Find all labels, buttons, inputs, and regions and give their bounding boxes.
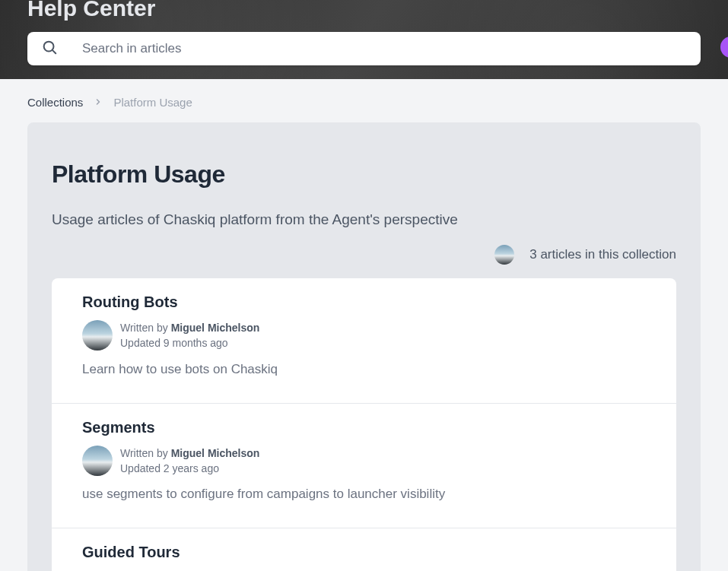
page-description: Usage articles of Chaskiq platform from …	[52, 211, 676, 228]
site-title: Help Center	[27, 0, 701, 21]
collection-panel: Platform Usage Usage articles of Chaskiq…	[27, 122, 701, 571]
article-card[interactable]: Guided Tours Written by Miguel Michelson	[52, 528, 676, 571]
article-byline: Written by Miguel Michelson Updated 9 mo…	[82, 320, 646, 351]
search-bar[interactable]	[27, 32, 701, 65]
article-description: Learn how to use bots on Chaskiq	[82, 362, 646, 377]
updated-label: Updated 9 months ago	[120, 335, 259, 351]
written-by-label: Written by	[120, 322, 171, 334]
page-title: Platform Usage	[52, 160, 676, 189]
written-by-label: Written by	[120, 447, 171, 459]
chevron-right-icon	[94, 96, 103, 109]
article-count: 3 articles in this collection	[529, 247, 676, 262]
byline-text: Written by Miguel Michelson Updated 2 ye…	[120, 446, 259, 477]
article-card[interactable]: Routing Bots Written by Miguel Michelson…	[52, 278, 676, 404]
article-card[interactable]: Segments Written by Miguel Michelson Upd…	[52, 404, 676, 529]
article-list: Routing Bots Written by Miguel Michelson…	[52, 278, 676, 571]
avatar	[494, 245, 514, 265]
breadcrumb-current: Platform Usage	[113, 96, 192, 109]
updated-label: Updated 2 years ago	[120, 461, 259, 476]
breadcrumb-root[interactable]: Collections	[27, 96, 83, 109]
search-icon	[41, 39, 58, 59]
search-input[interactable]	[82, 41, 687, 56]
collection-meta: 3 articles in this collection	[52, 245, 676, 265]
article-byline: Written by Miguel Michelson Updated 2 ye…	[82, 446, 646, 477]
svg-line-1	[52, 50, 56, 53]
avatar	[82, 446, 113, 476]
article-description: use segments to configure from campaigns…	[82, 487, 646, 502]
avatar	[82, 320, 113, 351]
article-title: Segments	[82, 419, 646, 436]
hero-banner: Help Center	[0, 0, 728, 79]
author-name: Miguel Michelson	[171, 322, 260, 334]
article-title: Routing Bots	[82, 293, 646, 311]
byline-text: Written by Miguel Michelson Updated 9 mo…	[120, 320, 259, 351]
breadcrumb: Collections Platform Usage	[0, 79, 728, 122]
author-name: Miguel Michelson	[171, 447, 260, 459]
article-title: Guided Tours	[82, 544, 646, 561]
